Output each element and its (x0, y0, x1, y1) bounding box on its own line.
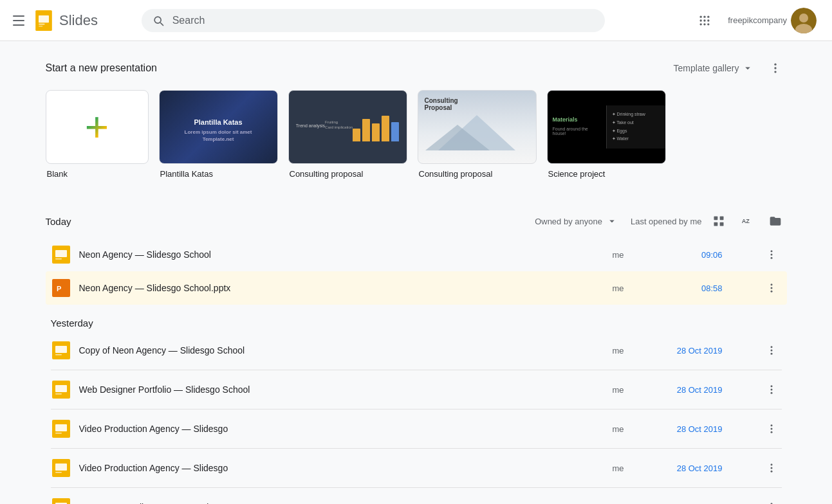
svg-point-40 (770, 346, 772, 348)
file-name: Web Designer Portfolio — Slidesgo School (79, 384, 585, 395)
file-row[interactable]: Here's your outline to get started me 28… (46, 491, 787, 504)
file-row[interactable]: P Neon Agency — Slidesgo School.pptx me … (46, 271, 787, 305)
svg-point-16 (774, 64, 776, 66)
svg-point-53 (770, 428, 772, 430)
consulting-1-thumb: Trend analysis FruitingCard implication (288, 90, 407, 164)
sort-az-button[interactable]: AZ (735, 210, 759, 233)
template-consulting-2[interactable]: Consulting Proposal Consulting proposal (418, 90, 537, 179)
file-date: 28 Oct 2019 (652, 385, 748, 395)
template-gallery-label: Template gallery (674, 63, 739, 73)
grid-view-button[interactable] (707, 210, 730, 233)
files-header: Today Owned by anyone Last opened by me (46, 210, 787, 233)
template-gallery-button[interactable]: Template gallery (666, 59, 761, 78)
blank-template-label: Blank (46, 169, 149, 179)
svg-point-41 (770, 350, 772, 352)
yesterday-section-label: Yesterday (46, 305, 787, 334)
svg-point-14 (799, 14, 808, 22)
svg-point-36 (770, 291, 772, 292)
folder-view-button[interactable] (764, 210, 787, 233)
file-more-button[interactable] (761, 340, 782, 361)
consulting-2-label: Consulting proposal (418, 169, 537, 179)
file-more-container (756, 419, 782, 439)
user-company-label: freepikcompany (728, 15, 787, 25)
file-more-container (756, 278, 782, 298)
file-more-button[interactable] (761, 458, 782, 478)
file-more-button[interactable] (761, 497, 782, 504)
svg-point-10 (700, 23, 702, 25)
svg-point-17 (774, 67, 776, 69)
plus-icon-large: + (85, 107, 109, 148)
consulting-2-thumb: Consulting Proposal (418, 90, 537, 164)
svg-point-31 (770, 257, 772, 259)
file-icon-slides (51, 244, 71, 265)
owner-filter-label: Owned by anyone (535, 217, 602, 226)
svg-point-47 (770, 389, 772, 391)
svg-point-42 (770, 353, 772, 355)
row-divider (51, 409, 782, 410)
science-project-thumb: Materials Found around the house! ✦ Drin… (547, 90, 666, 164)
file-row[interactable]: Video Production Agency — Slidesgo me 28… (46, 412, 787, 446)
svg-rect-22 (719, 217, 723, 221)
svg-point-35 (770, 287, 772, 289)
owner-filter-button[interactable]: Owned by anyone (527, 212, 625, 231)
svg-rect-24 (719, 222, 723, 226)
file-row[interactable]: Neon Agency — Slidesgo School me 09:06 (46, 238, 787, 271)
apps-grid-icon (698, 14, 711, 27)
more-vertical-icon (766, 462, 777, 474)
science-project-label: Science project (547, 169, 666, 179)
file-date: 09:06 (652, 250, 748, 260)
file-more-button[interactable] (761, 419, 782, 439)
svg-rect-45 (55, 393, 62, 395)
svg-rect-27 (55, 250, 67, 257)
search-icon (152, 14, 165, 27)
svg-rect-23 (714, 222, 717, 226)
file-icon-slides (51, 419, 71, 439)
svg-point-18 (774, 71, 776, 73)
file-icon-slides (51, 458, 71, 478)
svg-point-5 (704, 15, 706, 17)
template-blank[interactable]: + Blank (46, 90, 149, 179)
file-more-container (756, 497, 782, 504)
search-bar[interactable]: Search (142, 9, 605, 32)
google-apps-button[interactable] (692, 8, 717, 33)
svg-text:P: P (57, 285, 61, 292)
app-logo[interactable]: Slides (33, 10, 98, 31)
files-section: Today Owned by anyone Last opened by me (30, 199, 802, 504)
main-content: Start a new presentation Template galler… (30, 41, 802, 504)
row-divider (51, 487, 782, 488)
plantilla-katas-label: Plantilla Katas (159, 169, 278, 179)
svg-point-12 (707, 23, 709, 25)
svg-point-4 (700, 15, 702, 17)
app-name-label: Slides (59, 12, 98, 29)
sort-az-icon: AZ (741, 215, 753, 228)
template-plantilla-katas[interactable]: Plantilla Katas Lorem ipsum dolor sit am… (159, 90, 278, 179)
svg-point-9 (707, 19, 709, 21)
svg-rect-56 (55, 464, 67, 471)
file-row[interactable]: Web Designer Portfolio — Slidesgo School… (46, 373, 787, 406)
file-name: Neon Agency — Slidesgo School.pptx (79, 283, 585, 293)
vertical-dots-icon (769, 62, 782, 75)
file-date: 08:58 (652, 284, 748, 293)
file-more-button[interactable] (761, 244, 782, 265)
user-account-button[interactable]: freepikcompany (723, 5, 822, 36)
svg-rect-1 (39, 15, 49, 22)
file-owner: me (593, 385, 644, 395)
file-more-button[interactable] (761, 278, 782, 298)
templates-section: Start a new presentation Template galler… (30, 57, 802, 179)
template-consulting-1[interactable]: Trend analysis FruitingCard implication … (288, 90, 407, 179)
more-vertical-icon (766, 345, 777, 356)
svg-point-52 (770, 424, 772, 426)
svg-point-6 (707, 15, 709, 17)
file-more-button[interactable] (761, 379, 782, 400)
menu-button[interactable] (10, 13, 26, 28)
file-owner: me (593, 250, 644, 260)
slides-logo-icon (33, 10, 54, 31)
svg-point-54 (770, 431, 772, 433)
file-row[interactable]: Video Production Agency — Slidesgo me 28… (46, 451, 787, 485)
templates-more-button[interactable] (764, 57, 787, 80)
more-vertical-icon (766, 501, 777, 504)
header-left: Slides (10, 10, 98, 31)
template-science-project[interactable]: Materials Found around the house! ✦ Drin… (547, 90, 666, 179)
more-vertical-icon (766, 282, 777, 294)
file-row[interactable]: Copy of Neon Agency — Slidesgo School me… (46, 334, 787, 367)
